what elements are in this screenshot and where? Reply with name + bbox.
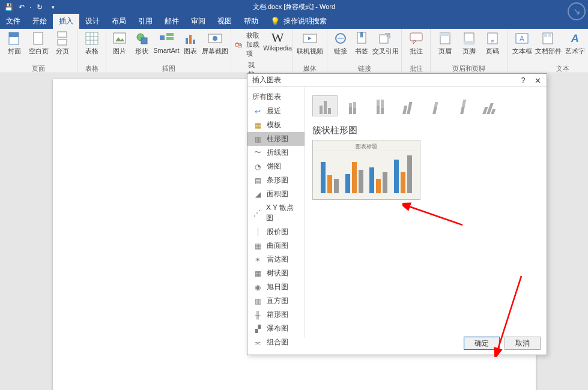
tell-me-search[interactable]: 💡 操作说明搜索 (264, 14, 333, 29)
blank-page-button[interactable]: 空白页 (26, 31, 50, 56)
preview-chart (313, 151, 420, 199)
cat-treemap[interactable]: ▦树状图 (247, 266, 305, 280)
textbox-button[interactable]: A文本框 (510, 31, 534, 56)
tab-file[interactable]: 文件 (0, 14, 26, 29)
svg-rect-13 (141, 38, 147, 44)
wordart-button[interactable]: A艺术字 (563, 31, 587, 56)
dialog-close-button[interactable]: ✕ (532, 75, 543, 86)
group-comments: 批注 批注 (402, 29, 431, 73)
pie-icon: ◔ (253, 163, 262, 171)
tab-help[interactable]: 帮助 (238, 14, 264, 29)
subtype-3d-stacked[interactable] (423, 95, 448, 116)
subtype-stacked-column[interactable] (340, 95, 365, 116)
cat-surface[interactable]: ▦曲面图 (247, 239, 305, 253)
cat-line[interactable]: 〜折线图 (247, 146, 305, 160)
get-addins-button[interactable]: 🛍获取加载项 (235, 31, 259, 58)
stock-icon: ┊ (253, 228, 262, 236)
svg-rect-19 (193, 40, 195, 44)
video-icon (303, 31, 317, 46)
cat-radar[interactable]: ✶雷达图 (247, 253, 305, 266)
cat-bar[interactable]: ▤条形图 (247, 173, 305, 187)
ok-button[interactable]: 确定 (464, 337, 500, 350)
tab-review[interactable]: 审阅 (185, 14, 211, 29)
cat-scatter[interactable]: ⋰X Y 散点图 (247, 201, 305, 225)
histogram-icon: ▥ (253, 297, 262, 305)
page-break-icon (55, 31, 70, 46)
footer-button[interactable]: 页脚 (457, 31, 481, 56)
subtype-3d-clustered[interactable] (395, 95, 420, 116)
chart-preview[interactable]: 图表标题 (312, 140, 420, 200)
tab-insert[interactable]: 插入 (53, 14, 79, 29)
svg-rect-18 (189, 35, 192, 44)
subtype-clustered-column[interactable] (312, 95, 338, 116)
shapes-button[interactable]: 形状 (131, 31, 153, 56)
picture-button[interactable]: 图片 (109, 31, 131, 56)
screenshot-button[interactable]: 屏幕截图 (202, 31, 228, 56)
subtype-3d-column[interactable] (478, 95, 503, 116)
header-button[interactable]: 页眉 (433, 31, 457, 56)
bookmark-button[interactable]: 书签 (351, 31, 373, 56)
comment-button[interactable]: 批注 (404, 31, 428, 56)
bookmark-icon (354, 31, 369, 46)
link-button[interactable]: 链接 (330, 31, 351, 56)
group-text-label: 文本 (508, 64, 588, 73)
cat-column[interactable]: ▥柱形图 (247, 132, 305, 146)
cat-combo[interactable]: ⫘组合图 (247, 335, 305, 349)
svg-rect-15 (166, 33, 174, 36)
group-links-label: 链接 (327, 64, 401, 73)
wordart-icon: A (568, 31, 582, 46)
page-break-button[interactable]: 分页 (50, 31, 74, 56)
wikipedia-icon: W (271, 31, 284, 44)
table-button[interactable]: 表格 (80, 31, 103, 56)
window-title: 文档.docx [兼容模式] - Word (253, 2, 335, 11)
group-addins: 🛍获取加载项 🧩我的加载项 W Wikipedia 加载项 (231, 29, 292, 73)
redo-icon[interactable]: ↻ (34, 1, 46, 13)
sunburst-icon: ◉ (253, 283, 262, 292)
svg-rect-33 (464, 41, 474, 44)
page-number-button[interactable]: #页码 (480, 31, 505, 56)
dialog-title-bar[interactable]: 插入图表 ? ✕ (247, 74, 547, 87)
save-icon[interactable]: 💾 (2, 1, 14, 13)
cat-stock[interactable]: ┊股价图 (247, 225, 305, 239)
svg-rect-4 (58, 40, 67, 45)
group-tables-label: 表格 (77, 64, 106, 73)
ribbon-tabs: 文件 开始 插入 设计 布局 引用 邮件 审阅 视图 帮助 💡 操作说明搜索 (0, 14, 588, 29)
cat-histogram[interactable]: ▥直方图 (247, 294, 305, 308)
cat-pie[interactable]: ◔饼图 (247, 160, 305, 173)
group-media-label: 媒体 (292, 64, 327, 73)
cat-recent[interactable]: ↩最近 (247, 104, 305, 118)
cancel-button[interactable]: 取消 (505, 337, 541, 350)
cat-sunburst[interactable]: ◉旭日图 (247, 280, 305, 294)
chart-subtypes (312, 92, 539, 120)
tab-layout[interactable]: 布局 (106, 14, 132, 29)
qat-customize-icon[interactable]: ▾ (47, 1, 59, 13)
tab-design[interactable]: 设计 (79, 14, 106, 29)
svg-rect-2 (34, 32, 43, 44)
cat-boxwhisker[interactable]: ╫箱形图 (247, 308, 305, 322)
insert-chart-dialog: 插入图表 ? ✕ 所有图表 ↩最近 ▦模板 ▥柱形图 〜折线图 ◔饼图 ▤条形图… (247, 73, 547, 355)
cat-templates[interactable]: ▦模板 (247, 118, 305, 132)
ribbon: 封面 空白页 分页 页面 表格 表格 图片 形状 SmartArt (0, 29, 588, 73)
tab-home[interactable]: 开始 (26, 14, 53, 29)
quickparts-button[interactable]: 文档部件 (534, 31, 563, 56)
online-video-button[interactable]: 联机视频 (295, 31, 324, 56)
dialog-help-button[interactable]: ? (518, 75, 529, 86)
tab-view[interactable]: 视图 (211, 14, 238, 29)
smartart-button[interactable]: SmartArt (153, 31, 180, 56)
subtype-3d-100stacked[interactable] (450, 95, 476, 116)
tab-references[interactable]: 引用 (132, 14, 159, 29)
tab-mailings[interactable]: 邮件 (159, 14, 185, 29)
radar-icon: ✶ (253, 256, 262, 264)
svg-rect-1 (9, 32, 19, 37)
qat-sep: · (29, 1, 32, 13)
crossref-button[interactable]: 交叉引用 (372, 31, 399, 56)
cover-page-button[interactable]: 封面 (2, 31, 26, 56)
dialog-main: 簇状柱形图 图表标题 (305, 87, 547, 338)
chart-button[interactable]: 图表 (180, 31, 202, 56)
subtype-100stacked-column[interactable] (368, 95, 393, 116)
title-bar: 💾 ↶ · ↻ ▾ 文档.docx [兼容模式] - Word ↘ (0, 0, 588, 14)
cat-waterfall[interactable]: ▞瀑布图 (247, 322, 305, 335)
group-tables: 表格 表格 (77, 29, 106, 73)
undo-icon[interactable]: ↶ (16, 1, 28, 13)
cat-area[interactable]: ◢面积图 (247, 187, 305, 201)
